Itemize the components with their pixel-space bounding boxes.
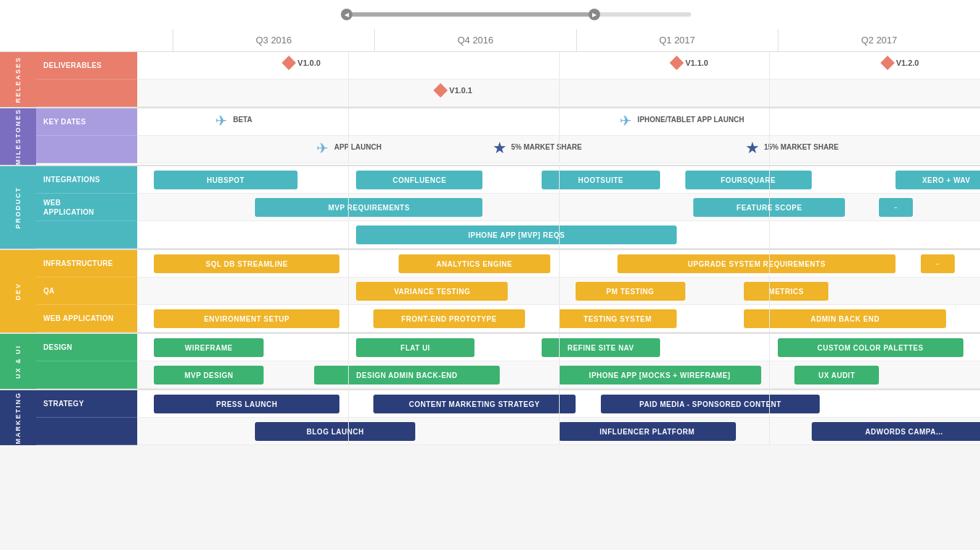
marketing-strategy-text: STRATEGY [43, 400, 84, 408]
paid-media-bar: PAID MEDIA - SPONSORED CONTENT [601, 395, 820, 413]
testing-system-bar: TESTING SYSTEM [559, 309, 677, 328]
ux-label-text: UX & UI [14, 345, 22, 379]
iphone-launch-label: IPHONE/TABLET APP LAUNCH [638, 116, 745, 124]
refine-site-nav-bar: REFINE SITE NAV [542, 338, 659, 357]
market-share-15-label: 15% MARKET SHARE [764, 143, 838, 151]
market-share-15-star-icon: ★ [745, 139, 760, 158]
dev-infra-text: INFRASTRUCTURE [43, 259, 113, 267]
dev-qa-timeline: VARIANCE TESTING PM TESTING METRICS [137, 278, 980, 305]
quarter-q4-2016: Q4 2016 [375, 29, 576, 51]
quarter-q3-2016: Q3 2016 [173, 29, 375, 51]
v101-label: V1.0.1 [449, 86, 472, 95]
hubspot-bar: HUBSPOT [154, 171, 297, 189]
dev-section-label: DEV [0, 250, 36, 332]
marketing-label-text: MARKETING [14, 392, 22, 444]
marketing-strategy-label: STRATEGY [36, 390, 137, 418]
dev-webapp-row: WEB APPLICATION ENVIRONMENT SETUP FRONT-… [36, 305, 980, 332]
dev-rows: INFRASTRUCTURE SQL DB STREAMLINE ANALYTI… [36, 250, 980, 332]
upgrade-sys-bar: UPGRADE SYSTEM REQUIREMENTS [617, 254, 896, 273]
dev-infra-timeline: SQL DB STREAMLINE ANALYTICS ENGINE UPGRA… [137, 250, 980, 278]
slider-track[interactable]: ◀ ▶ [347, 12, 691, 17]
ux-section: UX & UI DESIGN WIREFRAME FLAT UI REFINE … [0, 334, 980, 390]
adwords-bar: ADWORDS CAMPA... [812, 422, 980, 441]
sql-bar: SQL DB STREAMLINE [154, 254, 339, 273]
influencer-bar: INFLUENCER PLATFORM [559, 422, 736, 441]
v100-milestone [284, 58, 294, 69]
marketing-rows: STRATEGY PRESS LAUNCH CONTENT MARKETING … [36, 390, 980, 445]
milestones-label-text: MILESTONES [14, 108, 22, 165]
dev-webapp-label: WEB APPLICATION [36, 305, 137, 332]
releases-section-label: RELEASES [0, 52, 36, 107]
slider-handle-right[interactable]: ▶ [589, 9, 600, 20]
ux-design-row2: MVP DESIGN DESIGN ADMIN BACK-END IPHONE … [36, 361, 980, 389]
ux-rows: DESIGN WIREFRAME FLAT UI REFINE SITE NAV… [36, 334, 980, 389]
releases-timeline-2: V1.0.1 [137, 80, 980, 107]
dev-webapp-text: WEB APPLICATION [43, 314, 113, 322]
product-integrations-timeline: HUBSPOT CONFLUENCE HOOTSUITE FOURSQUARE … [137, 166, 980, 194]
ux-design-row2-label [36, 361, 137, 389]
slider-handle-left[interactable]: ◀ [341, 9, 352, 20]
beta-plane-icon: ✈ [215, 112, 227, 129]
milestones-rows: KEY DATES ✈ BETA ✈ IPHONE/TABLET APP LAU… [36, 108, 980, 165]
dev-qa-text: QA [43, 287, 55, 295]
product-webapp-row1: WEBAPPLICATION MVP REQUIREMENTS FEATURE … [36, 194, 980, 221]
admin-backend-bar: ADMIN BACK END [744, 309, 946, 328]
v100-label: V1.0.0 [298, 59, 321, 67]
ux-design-text: DESIGN [43, 343, 72, 351]
marketing-strategy-row2-label [36, 418, 137, 445]
v101-milestone [435, 85, 446, 97]
v110-milestone [672, 58, 682, 69]
product-integrations-row: INTEGRATIONS HUBSPOT CONFLUENCE HOOTSUIT… [36, 166, 980, 194]
design-admin-bar: DESIGN ADMIN BACK-END [314, 366, 500, 384]
roadmap-container: ◀ ▶ Q3 2016 Q4 2016 Q1 2017 Q2 2017 RELE… [0, 0, 980, 445]
product-webapp-timeline1: MVP REQUIREMENTS FEATURE SCOPE ~ [137, 194, 980, 221]
iphone-launch-plane-icon: ✈ [620, 112, 632, 129]
milestones-row-1: KEY DATES ✈ BETA ✈ IPHONE/TABLET APP LAU… [36, 108, 980, 136]
releases-row-2: V1.0.1 [36, 80, 980, 107]
marketing-section: MARKETING STRATEGY PRESS LAUNCH CONTENT … [0, 390, 980, 445]
timeline-slider-area: ◀ ▶ [0, 0, 980, 29]
analytics-engine-bar: ANALYTICS ENGINE [399, 254, 550, 273]
milestones-section: MILESTONES KEY DATES ✈ BETA ✈ IPHONE/TAB… [0, 108, 980, 166]
dev-infra-label: INFRASTRUCTURE [36, 250, 137, 278]
milestones-keydates-label: KEY DATES [36, 108, 137, 136]
product-webapp-row2: IPHONE APP [MVP] REQS [36, 221, 980, 249]
content-marketing-bar: CONTENT MARKETING STRATEGY [373, 395, 576, 413]
milestones-section-label: MILESTONES [0, 108, 36, 165]
foursquare-bar: FOURSQUARE [685, 171, 812, 189]
app-launch-label: APP LAUNCH [334, 143, 381, 151]
product-section: PRODUCT INTEGRATIONS HUBSPOT CONFLUENCE … [0, 166, 980, 250]
wireframe-bar: WIREFRAME [154, 338, 264, 357]
releases-deliverables-label: DELIVERABLES [36, 52, 137, 80]
marketing-section-label: MARKETING [0, 390, 36, 445]
milestones-row2-label [36, 136, 137, 163]
ux-design-row1: DESIGN WIREFRAME FLAT UI REFINE SITE NAV… [36, 334, 980, 361]
releases-deliverables-text: DELIVERABLES [43, 61, 102, 69]
milestones-keydates-text: KEY DATES [43, 118, 86, 126]
product-integrations-label: INTEGRATIONS [36, 166, 137, 194]
product-extra-bar: ~ [879, 198, 913, 217]
product-integrations-text: INTEGRATIONS [43, 176, 100, 184]
quarter-q1-2017: Q1 2017 [577, 29, 779, 51]
ux-design-timeline1: WIREFRAME FLAT UI REFINE SITE NAV CUSTOM… [137, 334, 980, 361]
dev-webapp-timeline: ENVIRONMENT SETUP FRONT-END PROTOTYPE TE… [137, 305, 980, 332]
ux-design-timeline2: MVP DESIGN DESIGN ADMIN BACK-END IPHONE … [137, 361, 980, 389]
ux-audit-bar: UX AUDIT [794, 366, 879, 384]
product-label-text: PRODUCT [14, 186, 22, 229]
product-webapp-text: WEBAPPLICATION [43, 198, 94, 217]
env-setup-bar: ENVIRONMENT SETUP [154, 309, 339, 328]
v120-label: V1.2.0 [896, 59, 919, 67]
press-launch-bar: PRESS LAUNCH [154, 395, 339, 413]
mvp-requirements-bar: MVP REQUIREMENTS [255, 198, 482, 217]
marketing-strategy-row2: BLOG LAUNCH INFLUENCER PLATFORM ADWORDS … [36, 418, 980, 445]
product-webapp-row2-label [36, 221, 137, 249]
product-rows: INTEGRATIONS HUBSPOT CONFLUENCE HOOTSUIT… [36, 166, 980, 249]
releases-rows: DELIVERABLES V1.0.0 V1.1.0 [36, 52, 980, 107]
market-share-5-star-icon: ★ [493, 139, 507, 158]
v110-label: V1.1.0 [685, 59, 708, 67]
product-section-label: PRODUCT [0, 166, 36, 249]
releases-row-1: DELIVERABLES V1.0.0 V1.1.0 [36, 52, 980, 80]
releases-section: RELEASES DELIVERABLES V1.0.0 [0, 52, 980, 108]
milestones-timeline-1: ✈ BETA ✈ IPHONE/TABLET APP LAUNCH [137, 108, 980, 136]
releases-row2-label [36, 80, 137, 107]
